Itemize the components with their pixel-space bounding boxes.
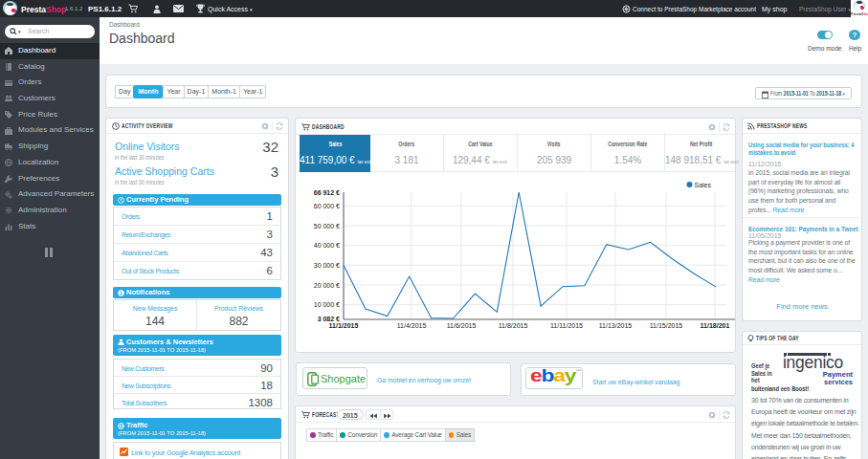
svg-text:11/6/2015: 11/6/2015 [447,322,477,329]
svg-text:30 000 €: 30 000 € [314,262,340,269]
svg-text:11/11/2015: 11/11/2015 [550,322,583,329]
svg-text:40 000 €: 40 000 € [314,242,340,249]
svg-text:20 000 €: 20 000 € [314,282,340,289]
svg-text:3 082 €: 3 082 € [318,316,340,322]
svg-text:11/13/2015: 11/13/2015 [599,322,633,329]
svg-text:10 000 €: 10 000 € [314,301,340,308]
svg-text:Sales: Sales [695,182,712,188]
svg-text:60 000 €: 60 000 € [314,203,340,209]
svg-text:11/4/2015: 11/4/2015 [397,322,427,329]
svg-text:11/8/2015: 11/8/2015 [499,322,528,329]
svg-text:50 000 €: 50 000 € [314,223,340,230]
svg-text:11/18/201: 11/18/201 [701,322,730,329]
svg-text:11/1/2015: 11/1/2015 [329,322,359,329]
svg-text:66 912 €: 66 912 € [314,189,340,196]
svg-text:11/15/2015: 11/15/2015 [650,322,683,329]
